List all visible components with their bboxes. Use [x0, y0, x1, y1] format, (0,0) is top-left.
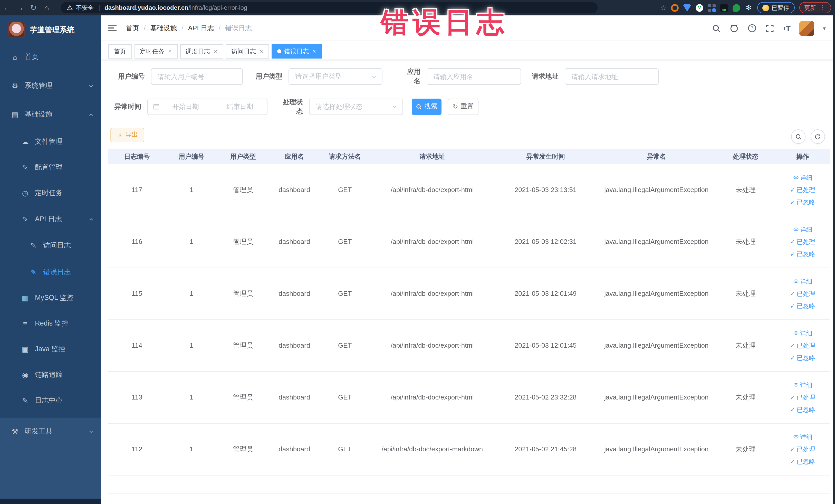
- sidebar-item-label: 链路追踪: [35, 370, 63, 380]
- select-placeholder: 请选择处理状态: [316, 102, 363, 111]
- sidebar-item-mysql-monitor[interactable]: ▦ MySQL 监控: [0, 285, 101, 311]
- extension-v-icon[interactable]: V: [696, 4, 703, 12]
- check-icon: ✓: [790, 458, 795, 466]
- sidebar-item-access-log[interactable]: ✎ 访问日志: [0, 233, 101, 258]
- hamburger-icon[interactable]: [108, 24, 117, 32]
- user-id-input[interactable]: [151, 68, 243, 85]
- sidebar-item-error-log[interactable]: ✎ 错误日志: [0, 259, 101, 285]
- security-label[interactable]: 不安全: [76, 4, 94, 12]
- tab-error-log[interactable]: 错误日志 ×: [271, 44, 322, 59]
- mark-processed-link[interactable]: ✓已处理: [790, 341, 815, 350]
- extension-leaf-icon[interactable]: [733, 4, 740, 12]
- breadcrumb-item[interactable]: 首页: [126, 23, 139, 33]
- browser-back-icon[interactable]: ←: [0, 0, 13, 15]
- tab-scheduled-jobs[interactable]: 定时任务 ×: [134, 44, 177, 59]
- date-range-picker[interactable]: 开始日期 - 结束日期: [147, 98, 267, 115]
- user-type-select[interactable]: 请选择用户类型: [288, 68, 383, 85]
- cell-method: GET: [320, 393, 370, 402]
- mark-processed-link[interactable]: ✓已处理: [790, 394, 815, 402]
- sidebar-item-system-management[interactable]: ⚙ 系统管理: [0, 72, 101, 100]
- detail-link[interactable]: 详细: [793, 381, 812, 389]
- tab-dispatch-log[interactable]: 调度日志 ×: [180, 44, 223, 59]
- extension-orange-icon[interactable]: [671, 4, 679, 12]
- cell-exception: java.lang.IllegalArgumentException: [597, 237, 716, 246]
- sidebar-item-config-management[interactable]: ✎ 配置管理: [0, 155, 101, 180]
- extensions-menu-icon[interactable]: ✻: [745, 4, 753, 12]
- search-icon[interactable]: [712, 24, 720, 33]
- detail-link[interactable]: 详细: [793, 277, 812, 285]
- browser-reload-icon[interactable]: ↻: [27, 0, 40, 15]
- mark-ignored-link[interactable]: ✓已忽略: [790, 354, 815, 362]
- browser-menu-icon[interactable]: ⋮: [820, 4, 826, 11]
- mark-processed-link[interactable]: ✓已处理: [790, 445, 815, 453]
- github-icon[interactable]: [729, 24, 738, 33]
- app-name-input[interactable]: [427, 68, 521, 85]
- mark-ignored-link[interactable]: ✓已忽略: [790, 198, 815, 206]
- font-size-icon[interactable]: TT: [782, 24, 791, 33]
- browser-home-icon[interactable]: ⌂: [40, 0, 54, 15]
- mark-processed-link[interactable]: ✓已处理: [790, 238, 815, 246]
- sidebar-item-log-center[interactable]: ✎ 日志中心: [0, 388, 101, 414]
- browser-window: ← → ↻ ⌂ 不安全 dashboard.yudao.iocoder.cn /…: [0, 0, 835, 504]
- page-scrollbar[interactable]: [832, 0, 835, 504]
- cell-app: dashboard: [269, 289, 320, 298]
- extension-shield-icon[interactable]: [683, 4, 691, 12]
- detail-link[interactable]: 详细: [793, 329, 812, 337]
- request-url-input[interactable]: [565, 68, 659, 85]
- export-button[interactable]: 导出: [110, 127, 144, 142]
- reset-button[interactable]: ↻ 重置: [448, 98, 478, 115]
- mark-ignored-link[interactable]: ✓已忽略: [790, 302, 815, 310]
- app-logo-row[interactable]: 芋道管理系统: [0, 15, 101, 44]
- sidebar-item-label: 错误日志: [43, 267, 71, 277]
- refresh-table-button[interactable]: [810, 129, 825, 144]
- sidebar-item-scheduled-jobs[interactable]: ◷ 定时任务: [0, 180, 101, 206]
- tab-access-log[interactable]: 访问日志 ×: [226, 44, 269, 59]
- reset-button-label: 重置: [461, 102, 473, 111]
- gear-icon: ⚙: [10, 82, 20, 90]
- cell-exception: java.lang.IllegalArgumentException: [597, 445, 716, 454]
- detail-link[interactable]: 详细: [793, 432, 812, 441]
- table-header-row: 日志编号 用户编号 用户类型 应用名 请求方法名 请求地址 异常发生时间 异常名…: [108, 149, 830, 164]
- extension-grid-icon[interactable]: [708, 4, 716, 12]
- bookmark-star-icon[interactable]: ☆: [660, 4, 666, 12]
- browser-forward-icon[interactable]: →: [13, 0, 27, 15]
- sidebar-item-infrastructure[interactable]: ▤ 基础设施: [0, 100, 101, 129]
- tab-home[interactable]: 首页: [108, 44, 132, 59]
- sidebar-item-dev-tools[interactable]: ⚒ 研发工具: [0, 417, 101, 446]
- sidebar-item-api-log[interactable]: ✎ API 日志: [0, 206, 101, 233]
- extension-on-badge-icon[interactable]: on: [720, 4, 728, 12]
- sidebar-item-file-management[interactable]: ☁ 文件管理: [0, 129, 101, 155]
- row-actions: 详细 ✓已处理 ✓已忽略: [777, 225, 828, 258]
- close-icon[interactable]: ×: [168, 48, 172, 55]
- close-icon[interactable]: ×: [214, 48, 218, 55]
- mark-ignored-link[interactable]: ✓已忽略: [790, 250, 815, 258]
- user-avatar[interactable]: [799, 21, 814, 36]
- url-path[interactable]: /infra/log/api-error-log: [188, 4, 247, 11]
- date-end-placeholder: 结束日期: [218, 102, 262, 111]
- mark-ignored-link[interactable]: ✓已忽略: [790, 458, 815, 466]
- mark-processed-link[interactable]: ✓已处理: [790, 186, 815, 194]
- sidebar-item-home[interactable]: ⌂ 首页: [0, 43, 101, 72]
- search-button[interactable]: 搜索: [412, 98, 442, 115]
- mark-ignored-link[interactable]: ✓已忽略: [790, 406, 815, 414]
- browser-update-button[interactable]: 更新 ⋮: [799, 2, 831, 13]
- sidebar-item-redis-monitor[interactable]: ≡ Redis 监控: [0, 311, 101, 336]
- sidebar-item-java-monitor[interactable]: ▣ Java 监控: [0, 336, 101, 362]
- address-bar[interactable]: 不安全 dashboard.yudao.iocoder.cn /infra/lo…: [61, 2, 597, 13]
- cell-status: 未处理: [716, 237, 775, 246]
- fullscreen-icon[interactable]: [765, 24, 774, 33]
- toggle-search-button[interactable]: [791, 129, 806, 144]
- close-icon[interactable]: ×: [260, 48, 263, 55]
- sidebar-item-trace[interactable]: ◉ 链路追踪: [0, 362, 101, 388]
- mark-processed-link[interactable]: ✓已处理: [790, 289, 815, 298]
- breadcrumb-item[interactable]: API 日志: [188, 23, 214, 33]
- avatar-caret-down-icon[interactable]: ▾: [823, 25, 826, 32]
- help-icon[interactable]: ?: [747, 24, 756, 33]
- close-icon[interactable]: ×: [312, 48, 316, 55]
- detail-link[interactable]: 详细: [793, 225, 812, 234]
- process-status-select[interactable]: 请选择处理状态: [309, 98, 403, 115]
- detail-link[interactable]: 详细: [793, 173, 812, 182]
- url-host[interactable]: dashboard.yudao.iocoder.cn: [104, 4, 188, 11]
- paused-badge[interactable]: 已暂停: [757, 2, 794, 13]
- breadcrumb-item[interactable]: 基础设施: [150, 23, 177, 33]
